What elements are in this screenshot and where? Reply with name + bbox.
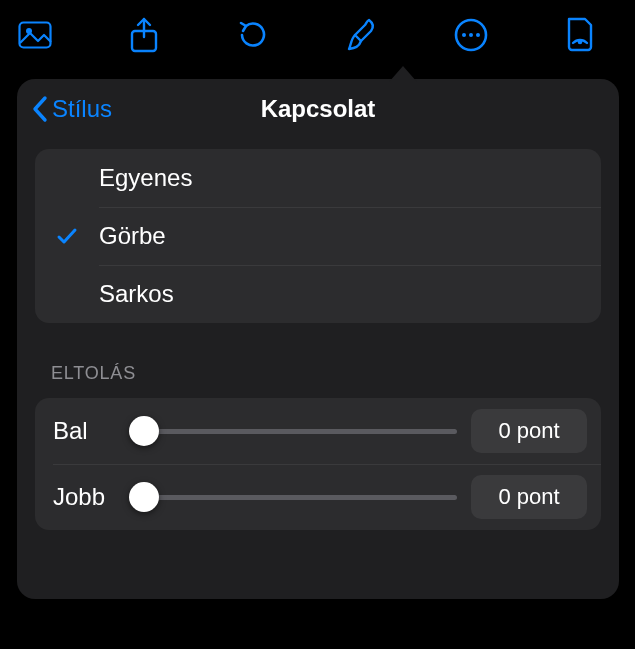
connection-type-list: Egyenes Görbe Sarkos [35, 149, 601, 323]
svg-rect-0 [19, 23, 50, 48]
svg-point-5 [469, 33, 473, 37]
share-button[interactable] [116, 7, 172, 63]
offset-right-value-button[interactable]: 0 pont [471, 475, 587, 519]
back-label: Stílus [52, 95, 112, 123]
slider-thumb[interactable] [129, 482, 159, 512]
popover-title: Kapcsolat [261, 95, 376, 123]
app-toolbar [0, 0, 635, 70]
connection-type-straight[interactable]: Egyenes [35, 149, 601, 207]
popover-header: Stílus Kapcsolat [17, 79, 619, 139]
offset-right-slider[interactable] [133, 482, 457, 512]
offset-slider-group: Bal 0 pont Jobb 0 pont [35, 398, 601, 530]
back-button[interactable]: Stílus [31, 79, 112, 139]
offset-section-header: ELTOLÁS [51, 363, 585, 384]
svg-point-7 [578, 40, 583, 45]
format-paintbrush-button[interactable] [334, 7, 390, 63]
popover-arrow [389, 66, 417, 82]
insert-photo-button[interactable] [7, 7, 63, 63]
connection-type-curved[interactable]: Görbe [35, 207, 601, 265]
svg-point-6 [476, 33, 480, 37]
chevron-left-icon [31, 95, 48, 123]
offset-left-label: Bal [53, 417, 119, 445]
slider-track [133, 429, 457, 434]
undo-button[interactable] [225, 7, 281, 63]
offset-right-value: 0 pont [498, 484, 559, 510]
slider-thumb[interactable] [129, 416, 159, 446]
connection-type-label: Egyenes [99, 164, 192, 192]
offset-left-value: 0 pont [498, 418, 559, 444]
svg-point-4 [462, 33, 466, 37]
offset-left-slider[interactable] [133, 416, 457, 446]
offset-right-row: Jobb 0 pont [35, 464, 601, 530]
connection-type-corner[interactable]: Sarkos [35, 265, 601, 323]
offset-left-row: Bal 0 pont [35, 398, 601, 464]
slider-track [133, 495, 457, 500]
document-view-button[interactable] [552, 7, 608, 63]
checkmark-icon [35, 224, 99, 248]
connection-style-popover: Stílus Kapcsolat Egyenes Görbe Sarkos EL… [17, 79, 619, 599]
offset-left-value-button[interactable]: 0 pont [471, 409, 587, 453]
offset-right-label: Jobb [53, 483, 119, 511]
more-button[interactable] [443, 7, 499, 63]
connection-type-label: Sarkos [99, 280, 174, 308]
connection-type-label: Görbe [99, 222, 166, 250]
